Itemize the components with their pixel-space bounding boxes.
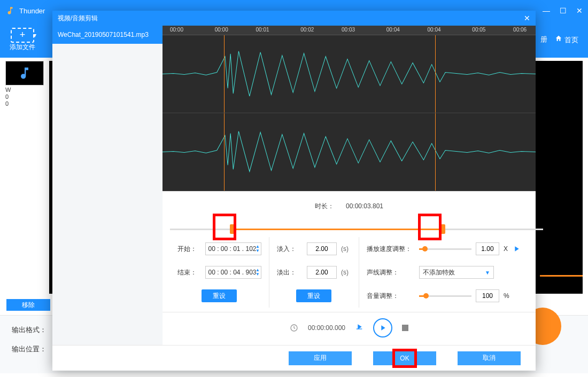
duration-label: 时长： [315,202,334,211]
apply-button[interactable]: 应用 [289,351,352,365]
speed-unit: X [504,245,508,253]
end-time-input[interactable]: 00 : 00 : 04 . 903 ▲▼ [205,266,261,279]
waveform-left[interactable] [163,35,536,113]
play-speed-icon[interactable] [512,245,521,253]
ruler-tick: 00:03 [342,27,355,33]
playback-time: 00:00:00.000 [308,324,345,332]
effect-select[interactable]: 不添加特效 ▼ [419,266,494,279]
selection-end-line [435,113,436,191]
selection-start-line [224,35,225,113]
trim-fill [231,229,442,230]
ruler-tick: 00:04 [428,27,441,33]
svg-rect-1 [357,328,362,329]
app-logo-icon [5,6,15,15]
seconds-unit: (s) [341,245,349,253]
window-maximize-icon[interactable]: ☐ [560,6,567,15]
speed-label: 播放速度调整： [367,245,415,254]
ruler-tick: 00:01 [256,27,269,33]
ruler-tick: 00:04 [386,27,400,33]
home-link[interactable]: 首页 [555,35,578,45]
tab-underline [540,275,583,277]
modal-titlebar: 视频/音频剪辑 ✕ [52,11,536,26]
modal-footer: 应用 OK 取消 [52,345,536,371]
ruler-tick: 00:00 [215,27,228,33]
selection-start-line [224,113,225,191]
register-link[interactable]: 册 [540,35,547,44]
playback-row: 00:00:00.000 [163,312,536,343]
volume-input[interactable] [476,289,499,302]
play-button[interactable] [373,318,392,337]
output-format-label: 输出格式： [12,325,55,335]
waveform-container: 00:00 00:00 00:01 00:02 00:03 00:04 00:0… [163,26,536,191]
clock-icon [290,324,298,332]
spinner-icon[interactable]: ▲▼ [256,268,260,277]
end-label: 结束： [177,268,201,277]
spinner-icon[interactable]: ▲▼ [256,245,260,253]
ruler-tick: 00:06 [513,27,527,33]
skip-to-start-icon[interactable] [355,323,363,333]
ruler-tick: 00:05 [472,27,485,33]
fade-in-input[interactable] [307,242,337,255]
add-file-label: 添加文件 [10,43,35,52]
stop-button[interactable] [402,325,408,331]
duration-value: 00:00:03.801 [346,202,383,210]
add-file-button[interactable]: ▾ 添加文件 [10,28,35,52]
seconds-unit: (s) [341,269,349,276]
modal-close-icon[interactable]: ✕ [524,14,530,22]
ruler-tick: 00:02 [300,27,314,33]
fade-in-label: 淡入： [277,245,303,254]
speed-slider[interactable] [419,248,471,250]
modal-title: 视频/音频剪辑 [58,14,98,23]
fade-out-input[interactable] [307,266,337,279]
window-minimize-icon[interactable]: — [543,6,550,15]
selection-end-line [435,35,436,113]
time-ruler: 00:00 00:00 00:01 00:02 00:03 00:04 00:0… [163,26,536,35]
annotation-highlight-ok [392,349,417,368]
remove-button[interactable]: 移除 [6,299,50,311]
file-entry-selected[interactable]: WeChat_20190507101541.mp3 [52,26,163,44]
chevron-down-icon: ▼ [485,270,490,276]
file-thumbnail[interactable] [5,61,44,85]
ruler-tick: 00:00 [170,27,183,33]
output-location-label: 输出位置： [12,344,55,354]
effect-label: 声线调整： [367,268,415,277]
modal-file-list: WeChat_20190507101541.mp3 [52,26,163,345]
waveform-right[interactable] [163,113,536,191]
editor-modal: 视频/音频剪辑 ✕ WeChat_20190507101541.mp3 00:0… [52,11,536,371]
file-list: W 0 0 [0,58,49,297]
volume-unit: % [504,292,509,300]
file-meta: W 0 0 [5,87,49,108]
volume-slider[interactable] [419,295,471,297]
home-icon [555,35,562,42]
annotation-highlight-start [213,214,236,240]
volume-label: 音量调整： [367,292,415,301]
reset-fade-button[interactable]: 重设 [296,289,331,302]
fade-out-label: 淡出： [277,268,303,277]
add-file-icon: ▾ [11,28,34,43]
annotation-highlight-end [418,214,442,240]
cancel-button[interactable]: 取消 [458,351,521,365]
reset-time-button[interactable]: 重设 [202,289,237,302]
start-label: 开始： [177,245,201,254]
start-time-input[interactable]: 00 : 00 : 01 . 102 ▲▼ [205,242,261,255]
window-close-icon[interactable]: ✕ [576,6,583,15]
speed-input[interactable] [476,242,499,255]
